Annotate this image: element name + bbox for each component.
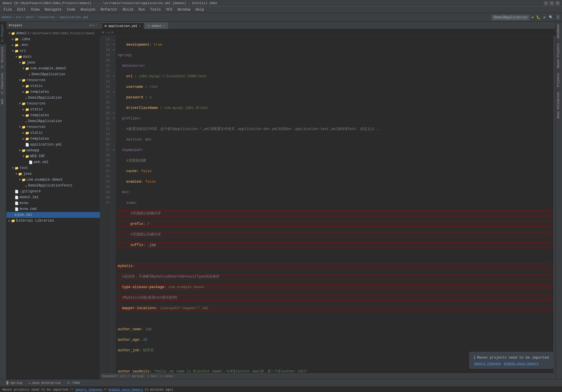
tree-item-java[interactable]: ▼ 📁 java xyxy=(6,60,100,66)
tree-item-test-com[interactable]: ▼ 📁 com.example.demo2 xyxy=(6,177,100,183)
project-header-icons: ⚙ ↻ − xyxy=(89,23,98,27)
menu-item-navigate[interactable]: Navigate xyxy=(42,7,64,12)
tree-item-gitignore[interactable]: 📄 .gitignore xyxy=(6,189,100,194)
tree-item-static2[interactable]: ▶ 📁 static xyxy=(6,107,100,112)
tree-item-pom[interactable]: m pom.xml xyxy=(6,212,100,218)
breadcrumb-resources[interactable]: resources xyxy=(38,16,55,19)
menu-item-build[interactable]: Build xyxy=(120,7,136,12)
tree-label: demo2 xyxy=(16,31,27,35)
menu-item-code[interactable]: Code xyxy=(64,7,78,12)
tree-item-main[interactable]: ▼ 📁 main xyxy=(6,54,100,60)
minimize-button[interactable]: ─ xyxy=(544,1,548,5)
tree-item-static3[interactable]: ▶ 📁 static xyxy=(6,130,100,136)
editor-toolbar-icon3[interactable]: ⎄ xyxy=(108,31,110,34)
tree-item-static1[interactable]: ▶ 📁 static xyxy=(6,83,100,89)
tree-item-test[interactable]: ▼ 📁 test xyxy=(6,165,100,171)
tree-item-yaml[interactable]: 📄 application.yml xyxy=(6,142,100,148)
editor-toolbar-icon4[interactable]: ≡ xyxy=(111,31,113,34)
debug-button[interactable]: 🐛 xyxy=(536,16,541,20)
sidebar-item-projects[interactable]: Projects xyxy=(556,70,562,89)
popup-auto-import-link[interactable]: Enable Auto-Import xyxy=(504,362,539,365)
code-content[interactable]: development: true spring: datasource: ur… xyxy=(115,36,553,373)
tree-item-mvnw[interactable]: 📄 mvnw xyxy=(6,200,100,206)
tree-item-resources3[interactable]: ▼ 📁 resources xyxy=(6,124,100,130)
tree-item-demo2app3[interactable]: ☕ Demo2Application xyxy=(6,118,100,124)
menu-item-window[interactable]: Window xyxy=(175,7,193,12)
tree-arrow-testcom: ▼ xyxy=(18,178,22,182)
breadcrumb-main[interactable]: main xyxy=(26,16,33,19)
folder-icon-mvn: 📁 xyxy=(15,43,19,47)
toolbar-icon-2[interactable]: 🔍 xyxy=(548,15,554,20)
menu-item-view[interactable]: View xyxy=(29,7,42,12)
tab-close-yaml[interactable]: ✕ xyxy=(139,24,141,28)
project-header: Project ⚙ ↻ − xyxy=(6,22,100,29)
tree-item-webinf[interactable]: ▼ 📁 WEB-INF xyxy=(6,153,100,159)
editor-toolbar-icon2[interactable]: ↕ xyxy=(105,31,107,34)
sidebar-item-project[interactable]: 1: Project xyxy=(0,22,6,44)
java-icon-3: ☕ xyxy=(25,119,27,123)
tree-item-src[interactable]: ▼ 📁 src xyxy=(6,48,100,54)
tree-item-test-java[interactable]: ▼ 📁 java xyxy=(6,171,100,177)
sidebar-item-database[interactable]: Database xyxy=(556,22,562,41)
tree-item-demo2app2[interactable]: ☕ Demo2Application xyxy=(6,95,100,101)
bottom-tab-spring[interactable]: 🍃 Spring xyxy=(2,380,25,385)
tree-item-webapp[interactable]: ▼ 📁 webapp xyxy=(6,148,100,153)
editor-toolbar-icon1[interactable]: ⚙ xyxy=(102,30,104,34)
breadcrumb-demo2[interactable]: demo2 xyxy=(2,16,11,19)
tree-item-mvn[interactable]: ▶ 📁 .mvn xyxy=(6,42,100,48)
tab-close-demo[interactable]: ✕ xyxy=(163,24,165,28)
tree-item-mvnwcmd[interactable]: 📄 mvnw.cmd xyxy=(6,206,100,212)
close-button[interactable]: ✕ xyxy=(556,1,560,5)
tree-item-tests[interactable]: ☕ Demo2ApplicationTests xyxy=(6,183,100,189)
tree-label-demo2app3: Demo2Application xyxy=(28,119,62,123)
sidebar-item-bean[interactable]: Bean Validation xyxy=(556,89,562,121)
tree-item-extlibs[interactable]: ▶ 📁 External Libraries xyxy=(6,218,100,224)
right-scrollbar[interactable] xyxy=(553,36,556,373)
tree-item-com[interactable]: ▼ 📁 com.example.demo2 xyxy=(6,66,100,71)
popup-import-link[interactable]: Import Changes xyxy=(474,362,501,365)
tree-item-demo2app[interactable]: ☕ Demo2Application xyxy=(6,71,100,77)
menu-item-help[interactable]: Help xyxy=(193,7,206,12)
tree-item-templates1[interactable]: ▶ 📁 templates xyxy=(6,89,100,95)
project-collapse-icon[interactable]: − xyxy=(96,23,98,27)
folder-icon-webinf: 📁 xyxy=(25,155,29,158)
sidebar-item-favorites[interactable]: 2: Favorites xyxy=(0,70,6,96)
run-button[interactable]: ▶ xyxy=(532,15,534,20)
sidebar-item-web[interactable]: Web xyxy=(0,96,6,107)
tree-item-templates3[interactable]: ▶ 📁 templates xyxy=(6,136,100,142)
toolbar-icon-1[interactable]: ⚙ xyxy=(543,15,546,20)
tab-yaml[interactable]: ⚙ application.yml ✕ xyxy=(101,23,144,29)
menu-item-file[interactable]: File xyxy=(1,7,14,12)
tree-item-iml[interactable]: 📄 demo2.iml xyxy=(6,194,100,200)
import-changes-link[interactable]: Import Changes xyxy=(75,388,102,391)
tree-arrow-java: ▼ xyxy=(18,61,22,64)
menu-item-refactor[interactable]: Refactor xyxy=(98,7,120,12)
maximize-button[interactable]: □ xyxy=(550,1,554,5)
bottom-tab-todo[interactable]: 6: TODO xyxy=(64,381,83,385)
tree-item-demo2[interactable]: ▼ 📁 demo2 D:\MySoftware\IDEA\IDEA_Projec… xyxy=(6,30,100,36)
tree-arrow-res2: ▼ xyxy=(18,102,22,105)
bottom-tab-java-enterprise[interactable]: ☕ Java Enterprise xyxy=(26,380,64,385)
project-settings-icon[interactable]: ⚙ xyxy=(89,23,91,27)
tree-item-resources1[interactable]: ▼ 📁 resources xyxy=(6,77,100,83)
tree-label-idea: .idea xyxy=(20,37,30,41)
breadcrumb-yaml[interactable]: application.yml xyxy=(59,16,88,19)
menu-item-edit[interactable]: Edit xyxy=(15,7,28,12)
breadcrumb-src[interactable]: src xyxy=(16,16,22,19)
tab-demo[interactable]: m demo2 ✕ xyxy=(145,23,168,29)
sidebar-item-maven[interactable]: Maven Projects xyxy=(556,41,562,70)
project-sync-icon[interactable]: ↻ xyxy=(93,23,95,27)
menu-item-run[interactable]: Run xyxy=(136,7,147,12)
menu-item-vcs[interactable]: VCS xyxy=(164,7,175,12)
enable-auto-import-link[interactable]: Enable Auto-Import xyxy=(108,388,143,391)
tree-item-idea[interactable]: ▶ 📁 .idea xyxy=(6,36,100,42)
toolbar-icon-3[interactable]: ☰ xyxy=(556,15,560,20)
menu-item-tools[interactable]: Tools xyxy=(148,7,163,12)
window-controls[interactable]: ─ □ ✕ xyxy=(544,1,560,5)
run-config-name[interactable]: Demo2Application xyxy=(492,15,529,20)
tree-item-resources2[interactable]: ▼ 📁 resources xyxy=(6,101,100,107)
tree-item-templates2[interactable]: ▶ 📁 templates xyxy=(6,112,100,118)
sidebar-item-structure[interactable]: 2: Structure xyxy=(0,44,6,70)
menu-item-analyze[interactable]: Analyze xyxy=(78,7,98,12)
tree-item-webxml[interactable]: 📄 web.xml xyxy=(6,159,100,165)
